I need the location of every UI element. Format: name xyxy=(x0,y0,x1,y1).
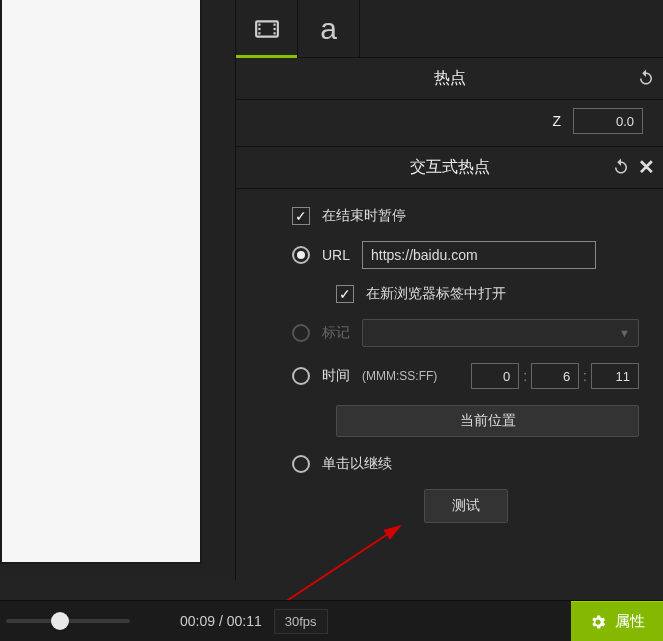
svg-rect-3 xyxy=(258,32,260,34)
close-icon[interactable]: ✕ xyxy=(638,157,655,179)
interactive-hotspot-form: 在结束时暂停 URL 在新浏览器标签中打开 标记 ▼ 时间 (MMM:SS:FF… xyxy=(236,189,663,523)
test-button[interactable]: 测试 xyxy=(424,489,508,523)
time-ss-input[interactable] xyxy=(531,363,579,389)
svg-rect-6 xyxy=(273,32,275,34)
time-ff-input[interactable] xyxy=(591,363,639,389)
time-mm-input[interactable] xyxy=(471,363,519,389)
z-row: Z xyxy=(236,100,663,147)
section-interactive-header: 交互式热点 ✕ xyxy=(236,147,663,189)
marker-label: 标记 xyxy=(322,324,350,342)
z-label: Z xyxy=(552,113,561,129)
svg-rect-5 xyxy=(273,27,275,29)
pause-at-end-row: 在结束时暂停 xyxy=(292,207,639,225)
url-row: URL xyxy=(292,241,639,269)
tab-text[interactable]: a xyxy=(298,0,360,57)
pause-at-end-checkbox[interactable] xyxy=(292,207,310,225)
current-position-button[interactable]: 当前位置 xyxy=(336,405,639,437)
colon: : xyxy=(521,368,529,384)
time-hint: (MMM:SS:FF) xyxy=(362,369,437,383)
click-continue-radio[interactable] xyxy=(292,455,310,473)
bottom-bar: 00:09 / 00:11 30fps 属性 xyxy=(0,600,663,641)
time-radio[interactable] xyxy=(292,367,310,385)
svg-rect-1 xyxy=(258,23,260,25)
click-continue-row: 单击以继续 xyxy=(292,455,639,473)
marker-dropdown: ▼ xyxy=(362,319,639,347)
fps-selector[interactable]: 30fps xyxy=(274,609,328,634)
text-a-icon: a xyxy=(320,14,337,44)
preview-pane xyxy=(0,0,235,580)
chevron-down-icon: ▼ xyxy=(619,327,630,339)
time-readout: 00:09 / 00:11 xyxy=(180,613,262,629)
undo-icon[interactable] xyxy=(637,68,655,90)
properties-panel: a 热点 Z 交互式热点 ✕ 在结束时暂停 URL xyxy=(235,0,663,580)
tab-video[interactable] xyxy=(236,0,298,57)
time-row: 时间 (MMM:SS:FF) : : xyxy=(292,363,639,389)
url-label: URL xyxy=(322,247,350,263)
time-label: 时间 xyxy=(322,367,350,385)
current-position-label: 当前位置 xyxy=(460,412,516,430)
open-new-tab-row: 在新浏览器标签中打开 xyxy=(336,285,639,303)
section-interactive-title: 交互式热点 xyxy=(410,157,490,178)
z-input[interactable] xyxy=(573,108,643,134)
undo-icon[interactable] xyxy=(612,157,630,179)
url-radio[interactable] xyxy=(292,246,310,264)
gear-icon xyxy=(589,613,607,631)
properties-label: 属性 xyxy=(615,612,645,631)
section-hotspot-title: 热点 xyxy=(434,68,466,89)
pause-at-end-label: 在结束时暂停 xyxy=(322,207,406,225)
scrubber-knob[interactable] xyxy=(51,612,69,630)
film-icon xyxy=(254,16,280,42)
colon: : xyxy=(581,368,589,384)
section-hotspot-header: 热点 xyxy=(236,58,663,100)
marker-radio[interactable] xyxy=(292,324,310,342)
open-new-tab-label: 在新浏览器标签中打开 xyxy=(366,285,506,303)
panel-tabs: a xyxy=(236,0,663,58)
properties-button[interactable]: 属性 xyxy=(571,601,663,642)
marker-row: 标记 ▼ xyxy=(292,319,639,347)
svg-rect-2 xyxy=(258,27,260,29)
test-button-label: 测试 xyxy=(452,497,480,515)
open-new-tab-checkbox[interactable] xyxy=(336,285,354,303)
timeline-scrubber[interactable] xyxy=(0,601,130,642)
preview-canvas[interactable] xyxy=(0,0,202,564)
url-input[interactable] xyxy=(362,241,596,269)
click-continue-label: 单击以继续 xyxy=(322,455,392,473)
svg-rect-4 xyxy=(273,23,275,25)
